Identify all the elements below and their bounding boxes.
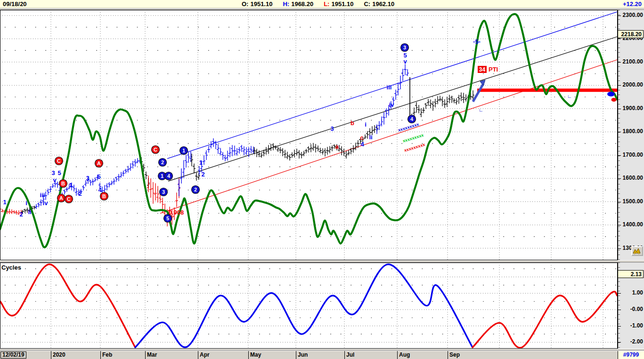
wave-label: b xyxy=(351,120,354,127)
month-label: Jul xyxy=(344,351,354,359)
price-tick xyxy=(618,132,621,132)
start-date-label: 12/02/19 xyxy=(0,351,26,359)
open-label: O: xyxy=(242,0,248,8)
wave-circle-label: A xyxy=(57,194,65,202)
wave-label: i xyxy=(365,121,367,128)
wave-circle-label: B xyxy=(59,180,67,188)
cycles-title: Cycles xyxy=(1,264,21,271)
cycles-axis: 1.00 -0.00 -1.00 -2.00 2.13 xyxy=(618,263,644,349)
wave-label: -5- xyxy=(473,38,481,45)
wave-label: c xyxy=(360,134,363,141)
svg-text:B: B xyxy=(102,193,106,199)
wave-label: 1 xyxy=(3,199,6,206)
high-value: 1968.20 xyxy=(291,0,313,8)
high-label: H: xyxy=(283,0,289,8)
wave-label: v xyxy=(53,176,57,183)
svg-text:4: 4 xyxy=(167,173,171,179)
wave-label: 1 xyxy=(69,182,72,189)
svg-text:A: A xyxy=(59,195,63,201)
wave-label: 1 xyxy=(199,159,202,166)
price-tick xyxy=(618,109,621,109)
price-axis: 2300.00 2200.00 2100.00 2000.00 1900.00 … xyxy=(618,10,644,260)
wave-label: i xyxy=(25,199,27,207)
wave-label: 5 xyxy=(97,173,100,180)
price-tick-label: 2000.00 xyxy=(623,81,643,88)
wave-label: ii xyxy=(28,208,31,215)
price-tick xyxy=(618,155,621,156)
cycles-panel[interactable]: Cycles xyxy=(0,263,618,349)
edge-price-marker xyxy=(607,92,615,96)
svg-text:xxxxxxxxx: xxxxxxxxx xyxy=(398,122,420,133)
wave-label: iii xyxy=(40,191,45,199)
cycles-tick xyxy=(618,342,621,343)
wave-circle-label: C xyxy=(152,146,160,154)
low-value: 1951.10 xyxy=(331,0,353,8)
price-axis-minor-ticks xyxy=(618,10,620,260)
price-tick-label: 1700.00 xyxy=(623,152,643,158)
wave-label: 3 xyxy=(86,175,89,182)
entry-mark: ∟ xyxy=(479,107,483,112)
price-tick xyxy=(618,202,621,202)
ohlc-bars xyxy=(35,158,141,209)
wave-label: 5 xyxy=(57,169,61,176)
wave-label: 4 xyxy=(98,186,102,193)
price-chart-panel[interactable]: xxxxxxxxxxxxxxxxxxxxxxxxxxx12iiiiiiiv35v… xyxy=(0,10,618,260)
wave-circle-label: 5 xyxy=(164,215,172,223)
cycle-wave xyxy=(0,264,135,348)
chart-tool-icon xyxy=(632,247,641,255)
price-tick xyxy=(618,178,621,179)
wave-circle-label: 3 xyxy=(401,44,409,52)
ohlc-bars xyxy=(198,138,255,175)
wave-label: iv xyxy=(389,101,395,108)
quote-date: 09/18/20 xyxy=(3,0,27,8)
wave-label: a xyxy=(335,143,339,150)
svg-text:4: 4 xyxy=(410,116,414,122)
price-tick xyxy=(618,225,621,225)
edge-price-marker xyxy=(611,98,617,102)
wave-label: 3 xyxy=(330,125,334,132)
price-tick xyxy=(618,62,621,63)
bar-count-label: #9799 xyxy=(618,351,644,359)
time-axis: 12/02/19 2020FebMarAprMayJunJulAugSep #9… xyxy=(0,351,644,359)
cycles-value-marker: 2.13 xyxy=(618,270,644,278)
price-tick xyxy=(618,248,621,249)
wave-label: iv xyxy=(43,199,49,207)
svg-text:1: 1 xyxy=(182,148,185,153)
price-chart-canvas[interactable]: xxxxxxxxxxxxxxxxxxxxxxxxxxx12iiiiiiiv35v… xyxy=(0,10,618,260)
month-label: May xyxy=(248,351,261,359)
wave-circle-label: C xyxy=(55,157,63,165)
close-label: C: xyxy=(364,0,370,8)
svg-text:C: C xyxy=(57,158,61,164)
cycles-tick-label: -1.00 xyxy=(630,322,643,329)
wave-circle-label: 2 xyxy=(159,159,167,167)
low-label: L: xyxy=(324,0,329,8)
wave-label: 0.908 xyxy=(169,209,184,216)
svg-text:2: 2 xyxy=(194,187,197,192)
wave-circle-label: 4 xyxy=(408,115,416,123)
price-tick xyxy=(618,16,621,16)
price-tick-label: 1600.00 xyxy=(623,175,643,181)
wave-label: iii xyxy=(387,84,392,91)
svg-text:3: 3 xyxy=(403,45,406,50)
svg-text:1: 1 xyxy=(161,173,163,179)
entry-mark: ∟ xyxy=(567,94,572,99)
month-label: Jun xyxy=(296,351,308,359)
price-tick-label: 2100.00 xyxy=(623,58,643,65)
wave-circle-label: 4 xyxy=(165,172,173,180)
price-tick-label: 1800.00 xyxy=(623,128,643,135)
oscillator-line xyxy=(0,14,617,247)
cycles-canvas[interactable]: Cycles xyxy=(0,263,618,349)
ohlc-bars xyxy=(375,64,409,134)
price-tick-label: 1400.00 xyxy=(623,221,643,228)
svg-text:C: C xyxy=(154,147,157,152)
wave-circle-label: C xyxy=(65,195,73,203)
open-value: 1951.10 xyxy=(250,0,272,8)
quote-bar: 09/18/20 O:1951.10H:1968.20L:1951.10C:19… xyxy=(0,0,644,8)
pti-label: 34PTI xyxy=(478,66,498,73)
cycles-tick xyxy=(618,326,621,327)
last-price-marker: 2218.20 xyxy=(618,30,644,38)
net-change-value: +12.20 xyxy=(623,0,642,8)
month-label: Apr xyxy=(198,351,210,359)
ohlc-bars xyxy=(190,154,200,181)
chart-tool-button[interactable] xyxy=(631,246,643,256)
